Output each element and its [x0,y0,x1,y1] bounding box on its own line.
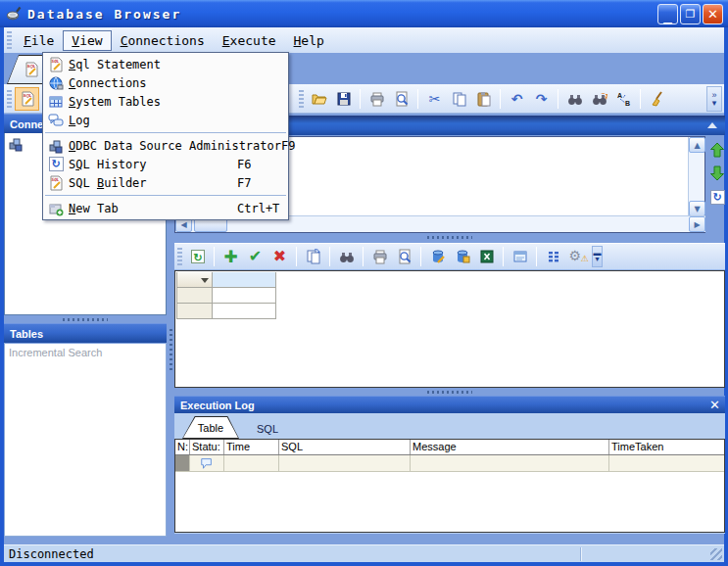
execution-log-close-icon[interactable]: ✕ [709,398,720,412]
incremental-search-input[interactable] [5,344,166,361]
import-database-button[interactable] [450,245,474,268]
svg-text:SQL: SQL [27,64,36,69]
grid-print-button[interactable] [367,245,392,268]
column-header-status[interactable]: Statu: [190,440,224,454]
menu-file[interactable]: File [15,30,63,51]
scroll-down-icon[interactable]: ▼ [689,201,705,216]
toolbar-separator [420,247,421,266]
open-button[interactable] [307,87,331,111]
columns-icon [546,249,561,264]
grid-log-splitter[interactable] [174,388,725,396]
move-up-button[interactable] [709,142,725,158]
print-preview-button[interactable] [389,87,413,111]
collapse-up-icon[interactable] [707,122,717,128]
grid-find-button[interactable] [334,245,359,268]
grid-cell[interactable] [213,288,276,304]
column-header-sql[interactable]: SQL [279,440,411,454]
menubar-drag-handle[interactable] [7,31,12,49]
toolbar-overflow-button[interactable]: »▾ [706,86,722,112]
menu-item-new-tab[interactable]: New Tab Ctrl+T [43,199,288,217]
grid-corner-cell[interactable] [176,272,213,288]
grid-refresh-button[interactable]: ↻ [185,245,210,268]
sql-statement-button[interactable]: SQL [15,87,39,111]
tab-table[interactable]: Table [182,416,239,439]
menu-item-sql-statement[interactable]: SQL Sql Statement [43,55,288,73]
column-header-message[interactable]: Message [411,440,609,454]
grid-cell[interactable] [213,304,276,319]
grid-dropdown-icon[interactable] [201,278,209,283]
copy-button[interactable] [447,87,471,111]
table-row[interactable] [175,455,724,472]
form-view-button[interactable] [508,245,532,268]
green-down-arrow-icon [709,165,725,181]
column-header-n[interactable]: N: [175,440,190,454]
scroll-right-icon[interactable]: ▶ [689,216,705,232]
editor-vertical-scrollbar[interactable]: ▲ ▼ [688,137,704,216]
system-tables-icon [48,94,64,110]
save-button[interactable] [331,87,356,111]
cut-button[interactable]: ✂ [422,87,447,111]
menu-item-log[interactable]: Log [43,111,288,129]
add-record-button[interactable]: ✚ [218,245,243,268]
export-database-button[interactable] [425,245,450,268]
connection-tree-item[interactable] [8,136,24,152]
menu-view[interactable]: View [63,30,111,51]
menu-item-system-tables[interactable]: System Tables [43,92,288,111]
columns-button[interactable] [541,245,565,268]
grid-options-button[interactable]: ⚙⚠ [565,245,590,268]
tables-list[interactable] [4,361,167,537]
scroll-up-icon[interactable]: ▲ [689,137,705,153]
replace-button[interactable]: AB [611,87,636,111]
menu-item-sql-history[interactable]: ↻ SQL History F6 [43,155,288,173]
status-bar: Disconnected [4,544,724,562]
menu-execute[interactable]: Execute [214,30,285,51]
grid-row-header[interactable] [176,288,213,304]
undo-icon: ↶ [511,91,523,107]
excel-grid-icon [479,249,495,264]
grid-column-header[interactable] [213,272,276,288]
left-horizontal-splitter[interactable] [4,315,167,323]
menu-connections[interactable]: Connections [112,30,214,51]
undo-button[interactable]: ↶ [505,87,529,111]
grid-row-header[interactable] [176,304,213,319]
close-button[interactable]: ✕ [703,4,723,24]
toolbar-drag-handle-2[interactable] [299,90,304,108]
menu-bar: File View Connections Execute Help [4,27,724,53]
message-cell [411,455,609,471]
incremental-search-box [4,343,167,361]
export-excel-button[interactable] [474,245,499,268]
clean-button[interactable] [645,87,669,111]
editor-grid-splitter[interactable] [174,233,725,243]
post-edit-button[interactable]: ✔ [243,245,267,268]
menu-item-sql-builder[interactable]: SQL SQL Builder F7 [43,173,288,192]
find-next-button[interactable] [587,87,611,111]
menu-help[interactable]: Help [285,30,333,51]
minimize-button[interactable]: ▁ [657,4,678,24]
resize-grip[interactable] [710,548,722,560]
result-grid-area[interactable] [174,270,725,388]
column-header-time[interactable]: Time [224,440,279,454]
time-cell [224,455,279,471]
clean-broom-icon [650,91,665,107]
toolbar-drag-handle[interactable] [7,90,12,108]
grid-print-preview-button[interactable] [392,245,416,268]
paste-button[interactable] [471,87,496,111]
copy-records-button[interactable] [301,245,325,268]
cancel-edit-button[interactable]: ✖ [267,245,292,268]
find-button[interactable] [562,87,587,111]
menu-item-connections[interactable]: Connections [43,73,288,92]
maximize-button[interactable]: ❐ [680,4,701,24]
tab-sql[interactable]: SQL [239,423,296,439]
grid-toolbar-drag-handle[interactable] [177,248,182,265]
move-down-button[interactable] [709,165,725,181]
menu-separator [45,195,286,196]
refresh-button[interactable]: ↻ [709,189,725,205]
execution-log-tabs: Table SQL [174,413,725,439]
menu-item-odbc-administrator[interactable]: ODBC Data Source Administrator F9 [43,136,288,155]
grid-refresh-icon: ↻ [190,249,206,264]
odbc-cubes-icon [48,138,64,154]
print-button[interactable] [364,87,389,111]
column-header-timetaken[interactable]: TimeTaken [609,440,724,454]
grid-toolbar-overflow-button[interactable]: ▬▾ [592,246,603,267]
redo-button[interactable]: ↷ [529,87,554,111]
